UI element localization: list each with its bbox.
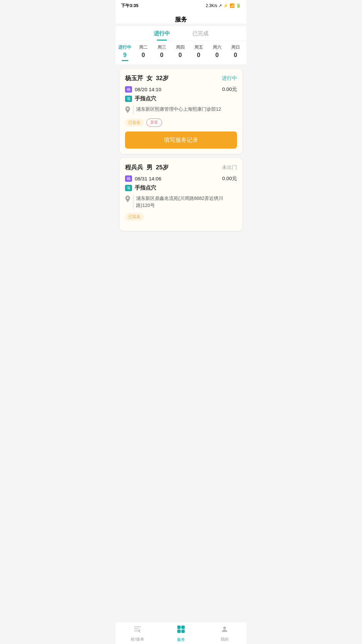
page-title: 服务 [175,16,187,23]
card-status-2: 未出门 [222,164,237,171]
badge-xiang-2: 项 [125,185,132,191]
bluetooth-icon: ⚡ [223,3,228,8]
service-name-1: 手指点穴 [135,95,156,102]
patient-gender-1: 女 [146,75,153,82]
signal-icon: ↗ [219,3,222,8]
badge-xiang-1: 项 [125,96,132,102]
day-label-wed: 周三 [155,44,168,50]
day-count-wed: 0 [155,52,168,59]
time-row-1: 确 08/20 14:10 0.00元 [125,86,237,93]
time-row-2: 确 08/31 14:06 0.00元 [125,175,237,182]
cards-list: 杨玉芹 女 32岁 进行中 确 08/20 14:10 0.00元 项 手指点穴 [116,65,246,258]
location-row-2: 浦东新区鼎鑫名流苑(川周路8682弄近绣川路)120号 [125,195,237,209]
day-label-ongoing: 进行中 [118,44,131,50]
day-count-sat: 0 [210,52,224,59]
svg-rect-0 [134,627,141,627]
tag-abnormal-1: 异常 [146,118,162,127]
tab-done[interactable]: 已完成 [181,26,220,41]
time-text-2: 08/31 14:06 [135,176,161,181]
fill-record-btn-1[interactable]: 填写服务记录 [125,131,237,149]
day-label-tue: 周二 [137,44,150,50]
svg-rect-5 [177,630,181,633]
svg-rect-6 [181,630,185,633]
price-1: 0.00元 [222,86,237,93]
top-tab-bar: 进行中 已完成 [116,26,246,41]
location-icon-1 [125,106,130,114]
svg-rect-4 [181,626,185,629]
grab-icon [133,625,141,635]
time-left-2: 确 08/31 14:06 [125,175,161,182]
day-label-sat: 周六 [210,44,224,50]
badge-que-2: 确 [125,175,132,182]
patient-name-2: 程兵兵 [125,164,143,171]
service-card-2: 程兵兵 男 25岁 未出门 确 08/31 14:06 0.00元 项 手指点穴 [120,158,242,231]
service-card-1: 杨玉芹 女 32岁 进行中 确 08/20 14:10 0.00元 项 手指点穴 [120,69,242,154]
day-underline-ongoing [122,60,128,61]
mine-icon [221,625,229,635]
day-tab-fri[interactable]: 周五 0 [189,44,208,64]
day-tab-sun[interactable]: 周日 0 [226,44,245,64]
location-row-1: 浦东新区熙康管理中心上海熙康门诊部12 [125,106,237,114]
svg-point-7 [223,627,226,629]
day-tab-sat[interactable]: 周六 0 [208,44,226,64]
time-text-1: 08/20 14:10 [135,87,161,92]
day-label-sun: 周日 [229,44,242,50]
svg-rect-1 [134,629,139,629]
nav-label-service: 服务 [177,637,185,643]
card-header-1: 杨玉芹 女 32岁 进行中 [125,74,237,82]
day-count-tue: 0 [137,52,150,59]
day-count-thu: 0 [174,52,187,59]
network-speed: 2.3K/s [206,3,217,8]
page-header: 服务 [116,11,246,23]
day-tab-bar[interactable]: 进行中 9 周二 0 周三 0 周四 0 周五 0 周六 0 周日 0 [116,41,246,65]
status-icons: 2.3K/s ↗ ⚡ 📶 🔋 [206,3,241,8]
day-count-ongoing: 9 [118,52,131,59]
tags-row-2: 已实名 [125,213,237,221]
day-tab-wed[interactable]: 周三 0 [153,44,171,64]
battery-icon: 🔋 [236,3,241,8]
day-tab-thu[interactable]: 周四 0 [171,44,189,64]
bottom-nav: 抢/接单 服务 我的 [116,622,246,644]
patient-info-2: 程兵兵 男 25岁 [125,163,169,171]
service-type-row-1: 项 手指点穴 [125,95,237,102]
day-tab-ongoing[interactable]: 进行中 9 [116,44,134,64]
nav-label-grab: 抢/接单 [131,637,144,642]
patient-age-1: 32岁 [156,75,169,82]
patient-name-1: 杨玉芹 [125,75,143,82]
day-label-fri: 周五 [192,44,205,50]
status-time: 下午3:35 [121,3,138,9]
nav-item-grab[interactable]: 抢/接单 [116,625,159,642]
day-count-sun: 0 [229,52,242,59]
day-label-thu: 周四 [174,44,187,50]
patient-age-2: 25岁 [156,164,169,171]
day-count-fri: 0 [192,52,205,59]
patient-info-1: 杨玉芹 女 32岁 [125,74,169,82]
tag-verified-1: 已实名 [125,119,144,126]
time-left-1: 确 08/20 14:10 [125,86,161,93]
wifi-icon: 📶 [230,3,235,8]
badge-que-1: 确 [125,86,132,93]
nav-item-mine[interactable]: 我的 [203,625,246,642]
tags-row-1: 已实名 异常 [125,118,237,127]
card-header-2: 程兵兵 男 25岁 未出门 [125,163,237,171]
service-type-row-2: 项 手指点穴 [125,184,237,192]
location-text-1: 浦东新区熙康管理中心上海熙康门诊部12 [136,106,221,113]
location-divider-1 [133,106,133,114]
tag-verified-2: 已实名 [125,213,144,221]
nav-item-service[interactable]: 服务 [159,625,203,643]
status-bar: 下午3:35 2.3K/s ↗ ⚡ 📶 🔋 [116,0,246,11]
tab-active[interactable]: 进行中 [142,26,181,41]
location-text-2: 浦东新区鼎鑫名流苑(川周路8682弄近绣川路)120号 [136,195,237,209]
service-icon [177,625,185,636]
location-divider-2 [133,195,133,209]
service-name-2: 手指点穴 [135,184,156,192]
nav-label-mine: 我的 [221,637,229,642]
patient-gender-2: 男 [146,164,153,171]
svg-rect-3 [177,626,181,629]
day-tab-tue[interactable]: 周二 0 [134,44,153,64]
location-icon-2 [125,196,130,204]
price-2: 0.00元 [222,175,237,182]
card-status-1: 进行中 [222,75,237,82]
